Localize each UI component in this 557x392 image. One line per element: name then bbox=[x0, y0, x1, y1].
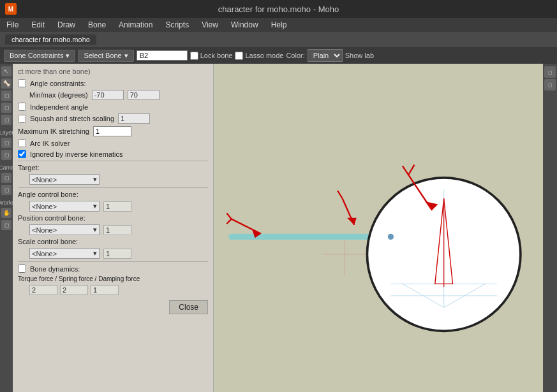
menu-bone[interactable]: Bone bbox=[82, 19, 112, 31]
target-dropdown[interactable]: <None> ▾ bbox=[29, 174, 100, 185]
target-label: Target: bbox=[18, 164, 40, 171]
tool-pointer[interactable]: ↖ bbox=[1, 66, 11, 76]
layer-icon-1[interactable]: ◻ bbox=[544, 66, 556, 78]
angle-control-row: Angle control bone: bbox=[18, 191, 208, 198]
tool-cam2[interactable]: ◻ bbox=[1, 185, 11, 195]
lock-bone-check-label[interactable]: Lock bone bbox=[190, 52, 233, 60]
bone-dynamics-row: Bone dynamics: bbox=[18, 265, 208, 273]
toolbar: Bone Constraints ▾ Select Bone ▾ Lock bo… bbox=[0, 47, 557, 64]
torque-label-row: Torque force / Spring force / Damping fo… bbox=[18, 275, 208, 282]
squash-value-input[interactable] bbox=[118, 113, 150, 124]
angle-control-dropdown[interactable]: <None> ▾ bbox=[29, 201, 100, 212]
chevron-down-icon2: ▾ bbox=[124, 52, 128, 60]
tool-layer3[interactable]: ◻ bbox=[1, 115, 11, 125]
max-ik-input[interactable] bbox=[93, 126, 131, 136]
menu-scripts[interactable]: Scripts bbox=[159, 19, 195, 31]
independent-angle-label: Independent angle bbox=[30, 103, 88, 111]
panel-header-text: ct more than one bone) bbox=[18, 68, 208, 75]
color-label: Color: bbox=[286, 52, 304, 59]
angle-constraints-row: Angle constraints: bbox=[18, 79, 208, 87]
angle-control-dropdown-row: <None> ▾ bbox=[18, 201, 208, 212]
scale-control-dropdown-row: <None> ▾ bbox=[18, 248, 208, 259]
tool-extra[interactable]: ◻ bbox=[1, 220, 11, 230]
menu-edit[interactable]: Edit bbox=[25, 19, 51, 31]
bone-dynamics-checkbox[interactable] bbox=[18, 265, 26, 273]
titlebar: M character for moho.moho - Moho bbox=[0, 0, 557, 18]
scale-control-dropdown[interactable]: <None> ▾ bbox=[29, 248, 100, 259]
ignored-ik-checkbox[interactable] bbox=[18, 150, 26, 158]
position-control-label: Position control bone: bbox=[18, 214, 85, 222]
angle-control-value[interactable] bbox=[103, 201, 131, 212]
chevron-down-icon: ▾ bbox=[66, 52, 70, 60]
layer-icon-2[interactable]: ◻ bbox=[544, 79, 556, 91]
tool-cam1[interactable]: ◻ bbox=[1, 173, 11, 183]
max-degrees-input[interactable] bbox=[128, 90, 160, 100]
close-button[interactable]: Close bbox=[169, 300, 208, 314]
torque-v2-input[interactable] bbox=[60, 285, 88, 295]
lock-bone-label: Lock bone bbox=[200, 52, 233, 59]
arc-ik-checkbox[interactable] bbox=[18, 139, 26, 147]
ignored-ik-row: Ignored by inverse kinematics bbox=[18, 150, 208, 158]
main-area: ↖ 🦴 ◻ ◻ ◻ Layer ◻ ◻ Came ◻ ◻ Works ✋ ◻ c… bbox=[0, 64, 557, 392]
menubar: File Edit Draw Bone Animation Scripts Vi… bbox=[0, 18, 557, 32]
canvas-area[interactable] bbox=[214, 64, 543, 392]
independent-angle-row: Independent angle bbox=[18, 103, 208, 111]
arc-ik-row: Arc IK solver bbox=[18, 139, 208, 147]
svg-point-25 bbox=[388, 234, 394, 240]
scale-control-row: Scale control bone: bbox=[18, 238, 208, 245]
scale-control-value[interactable] bbox=[103, 249, 131, 259]
menu-animation[interactable]: Animation bbox=[112, 19, 159, 31]
arc-ik-label: Arc IK solver bbox=[30, 140, 70, 147]
target-dropdown-row: <None> ▾ bbox=[18, 174, 208, 185]
select-bone-btn[interactable]: Select Bone ▾ bbox=[78, 50, 133, 62]
torque-label: Torque force / Spring force / Damping fo… bbox=[18, 275, 140, 282]
torque-inputs-row bbox=[18, 285, 208, 295]
min-degrees-input[interactable] bbox=[92, 90, 124, 100]
position-control-dropdown[interactable]: <None> ▾ bbox=[29, 224, 100, 235]
layer-section-label: Layer bbox=[0, 129, 13, 136]
angle-chevron-icon: ▾ bbox=[93, 202, 97, 210]
tool-layer2[interactable]: ◻ bbox=[1, 103, 11, 113]
tab-character[interactable]: character for moho.moho bbox=[5, 34, 96, 45]
bone-dynamics-label: Bone dynamics: bbox=[30, 265, 80, 273]
tool-l1[interactable]: ◻ bbox=[1, 138, 11, 148]
scale-control-label: Scale control bone: bbox=[18, 238, 78, 245]
torque-v3-input[interactable] bbox=[91, 285, 119, 295]
lasso-mode-checkbox[interactable] bbox=[235, 52, 243, 60]
menu-view[interactable]: View bbox=[195, 19, 225, 31]
tool-layer1[interactable]: ◻ bbox=[1, 91, 11, 101]
angle-constraints-checkbox[interactable] bbox=[18, 79, 26, 87]
position-control-dropdown-row: <None> ▾ bbox=[18, 224, 208, 235]
divider1 bbox=[18, 161, 208, 161]
squash-stretch-label: Squash and stretch scaling bbox=[30, 115, 114, 122]
squash-stretch-checkbox[interactable] bbox=[18, 115, 26, 123]
tool-l2[interactable]: ◻ bbox=[1, 150, 11, 160]
color-select[interactable]: Plain bbox=[308, 49, 343, 62]
torque-v1-input[interactable] bbox=[29, 285, 57, 295]
position-control-value[interactable] bbox=[103, 225, 131, 235]
lasso-mode-check-label[interactable]: Lasso mode bbox=[235, 52, 283, 60]
camera-section-label: Came bbox=[0, 164, 14, 171]
menu-draw[interactable]: Draw bbox=[51, 19, 82, 31]
scale-chevron-icon: ▾ bbox=[93, 249, 97, 258]
tool-bone[interactable]: 🦴 bbox=[1, 78, 11, 89]
tabbar: character for moho.moho bbox=[0, 32, 557, 47]
menu-help[interactable]: Help bbox=[265, 19, 293, 31]
max-ik-label: Maximum IK stretching bbox=[18, 127, 89, 135]
select-bone-label: Select Bone bbox=[84, 52, 121, 59]
divider2 bbox=[18, 187, 208, 188]
lasso-mode-label: Lasso mode bbox=[245, 52, 283, 59]
lock-bone-checkbox[interactable] bbox=[190, 52, 198, 60]
bone-name-input[interactable] bbox=[137, 50, 188, 61]
ignored-ik-label: Ignored by inverse kinematics bbox=[30, 150, 123, 158]
position-chevron-icon: ▾ bbox=[93, 226, 97, 234]
independent-angle-checkbox[interactable] bbox=[18, 103, 26, 111]
right-layer-sidebar: ◻ ◻ bbox=[543, 64, 557, 392]
menu-window[interactable]: Window bbox=[225, 19, 265, 31]
target-chevron-icon: ▾ bbox=[93, 175, 97, 184]
angle-constraints-label: Angle constraints: bbox=[30, 80, 85, 87]
tool-hand[interactable]: ✋ bbox=[1, 208, 11, 218]
close-row: Close bbox=[18, 300, 208, 314]
bone-constraints-btn[interactable]: Bone Constraints ▾ bbox=[4, 50, 75, 62]
menu-file[interactable]: File bbox=[0, 19, 25, 31]
